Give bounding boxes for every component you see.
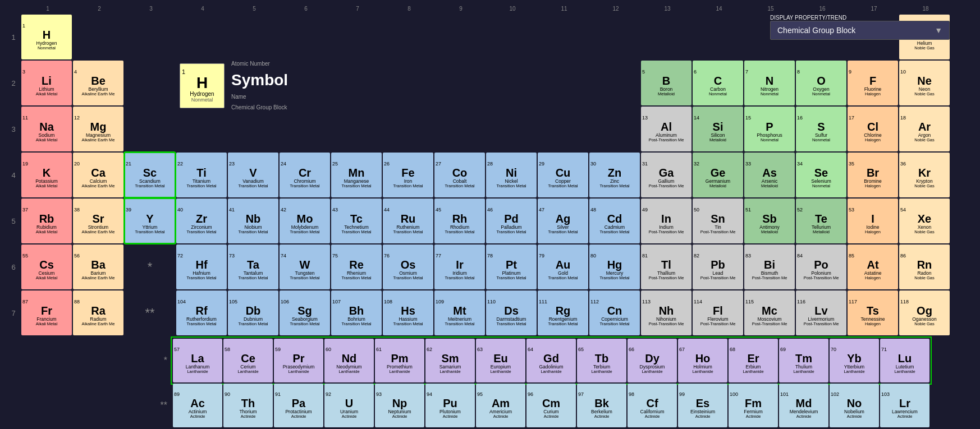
element-Li[interactable]: 3 Li Lithium Alkali Metal [21, 61, 72, 105]
element-Ge[interactable]: 32 Ge Germanium Metalloid [693, 153, 743, 197]
element-C[interactable]: 6 C Carbon Nonmetal [693, 61, 743, 105]
element-Cm[interactable]: 96 Cm Curium Actinide [526, 384, 576, 427]
element-Cf[interactable]: 98 Cf Californium Actinide [628, 384, 677, 427]
element-N[interactable]: 7 N Nitrogen Nonmetal [744, 61, 795, 105]
element-B[interactable]: 5 B Boron Metalloid [641, 61, 692, 105]
element-Hf[interactable]: 72 Hf Hafnium Transition Metal [176, 245, 227, 289]
element-Pu[interactable]: 94 Pu Plutonium Actinide [425, 384, 475, 427]
element-Ir[interactable]: 77 Ir Iridium Transition Metal [434, 245, 485, 289]
element-Fe[interactable]: 26 Fe Iron Transition Metal [383, 153, 433, 197]
element-Db[interactable]: 105 Db Dubnium Transition Metal [228, 290, 278, 335]
element-Ho[interactable]: 67 Ho Holmium Lanthanide [678, 339, 727, 382]
element-Cn[interactable]: 112 Cn Copernicium Transition Metal [589, 290, 640, 335]
element-Cu[interactable]: 29 Cu Copper Transition Metal [538, 153, 588, 197]
element-Al[interactable]: 13 Al Aluminum Post-Transition Me [641, 107, 692, 151]
element-P[interactable]: 15 P Phosphorus Nonmetal [744, 107, 795, 151]
element-Ne[interactable]: 10 Ne Neon Noble Gas [899, 61, 950, 105]
element-Co[interactable]: 27 Co Cobalt Transition Metal [434, 153, 485, 197]
element-Mo[interactable]: 42 Mo Molybdenum Transition Metal [280, 199, 330, 243]
element-Mt[interactable]: 109 Mt Meitnerium Transition Metal [434, 290, 485, 335]
element-Pm[interactable]: 61 Pm Promethium Lanthanide [375, 339, 424, 382]
element-As[interactable]: 33 As Arsenic Metalloid [744, 153, 795, 197]
element-H[interactable]: 1 H Hydrogen Nonmetal [21, 15, 72, 59]
element-Fm[interactable]: 100 Fm Fermium Actinide [729, 384, 778, 427]
element-Tm[interactable]: 69 Tm Thulium Lanthanide [779, 339, 828, 382]
element-K[interactable]: 19 K Potassium Alkali Metal [21, 153, 72, 197]
element-Yb[interactable]: 70 Yb Ytterbium Lanthanide [830, 339, 879, 382]
element-Na[interactable]: 11 Na Sodium Alkali Metal [21, 107, 72, 151]
element-Ce[interactable]: 58 Ce Cerium Lanthanide [223, 339, 273, 382]
element-Ba[interactable]: 56 Ba Barium Alkaline Earth Me [73, 245, 123, 289]
element-Fr[interactable]: 87 Fr Francium Alkali Metal [21, 290, 72, 335]
element-Po[interactable]: 84 Po Polonium Post-Transition Me [796, 245, 846, 289]
element-Cd[interactable]: 48 Cd Cadmium Transition Metal [589, 199, 640, 243]
element-Lr[interactable]: 103 Lr Lawrencium Actinide [880, 384, 929, 427]
element-Os[interactable]: 76 Os Osmium Transition Metal [383, 245, 433, 289]
element-Tl[interactable]: 81 Tl Thallium Post-Transition Me [641, 245, 692, 289]
element-Y[interactable]: 39 Y Yttrium Transition Metal [125, 199, 175, 243]
element-Ds[interactable]: 110 Ds Darmstadtium Transition Metal [486, 290, 537, 335]
element-Au[interactable]: 79 Au Gold Transition Metal [538, 245, 588, 289]
element-Ac[interactable]: 89 Ac Actinium Actinide [173, 384, 222, 427]
element-Bk[interactable]: 97 Bk Berkelium Actinide [577, 384, 626, 427]
element-At[interactable]: 85 At Astatine Halogen [848, 245, 898, 289]
element-Lu[interactable]: 71 Lu Lutetium Lanthanide [880, 339, 929, 382]
element-S[interactable]: 16 S Sulfur Nonmetal [796, 107, 846, 151]
element-Pr[interactable]: 59 Pr Praseodymium Lanthanide [274, 339, 323, 382]
element-Ra[interactable]: 88 Ra Radium Alkaline Earth Me [73, 290, 123, 335]
element-Tc[interactable]: 43 Tc Technetium Transition Metal [331, 199, 382, 243]
element-Ts[interactable]: 117 Ts Tennessine Halogen [848, 290, 898, 335]
element-Mc[interactable]: 115 Mc Moscovium Post-Transition Me [744, 290, 795, 335]
element-Ta[interactable]: 73 Ta Tantalum Transition Metal [228, 245, 278, 289]
element-Cl[interactable]: 17 Cl Chlorine Halogen [848, 107, 898, 151]
element-Be[interactable]: 4 Be Beryllium Alkaline Earth Me [73, 61, 123, 105]
element-In[interactable]: 49 In Indium Post-Transition Me [641, 199, 692, 243]
element-F[interactable]: 9 F Fluorine Halogen [848, 61, 898, 105]
element-Xe[interactable]: 54 Xe Xenon Noble Gas [899, 199, 950, 243]
element-Ti[interactable]: 22 Ti Titanium Transition Metal [176, 153, 227, 197]
element-Hs[interactable]: 108 Hs Hassium Transition Metal [383, 290, 433, 335]
element-U[interactable]: 92 U Uranium Actinide [324, 384, 374, 427]
element-Sn[interactable]: 50 Sn Tin Post-Transition Me [693, 199, 743, 243]
element-Lv[interactable]: 116 Lv Livermorium Post-Transition Me [796, 290, 846, 335]
display-property-dropdown[interactable]: Chemical Group Block ▼ [770, 21, 950, 40]
element-Cs[interactable]: 55 Cs Cesium Alkali Metal [21, 245, 72, 289]
element-Es[interactable]: 99 Es Einsteinium Actinide [678, 384, 727, 427]
element-Te[interactable]: 52 Te Tellurium Metalloid [796, 199, 846, 243]
element-Th[interactable]: 90 Th Thorium Actinide [223, 384, 273, 427]
element-Ca[interactable]: 20 Ca Calcium Alkaline Earth Me [73, 153, 123, 197]
element-No[interactable]: 102 No Nobelium Actinide [830, 384, 879, 427]
element-Pd[interactable]: 46 Pd Palladium Transition Metal [486, 199, 537, 243]
element-Am[interactable]: 95 Am Americium Actinide [476, 384, 525, 427]
element-Gd[interactable]: 64 Gd Gadolinium Lanthanide [526, 339, 576, 382]
element-O[interactable]: 8 O Oxygen Nonmetal [796, 61, 846, 105]
element-Nb[interactable]: 41 Nb Niobium Transition Metal [228, 199, 278, 243]
element-Zr[interactable]: 40 Zr Zirconium Transition Metal [176, 199, 227, 243]
element-Er[interactable]: 68 Er Erbium Lanthanide [729, 339, 778, 382]
element-Dy[interactable]: 66 Dy Dysprosium Lanthanide [628, 339, 677, 382]
element-Rn[interactable]: 86 Rn Radon Noble Gas [899, 245, 950, 289]
element-La[interactable]: 57 La Lanthanum Lanthanide [173, 339, 222, 382]
element-Br[interactable]: 35 Br Bromine Halogen [848, 153, 898, 197]
element-Sm[interactable]: 62 Sm Samarium Lanthanide [425, 339, 475, 382]
element-Bi[interactable]: 83 Bi Bismuth Post-Transition Me [744, 245, 795, 289]
element-Hg[interactable]: 80 Hg Mercury Transition Metal [589, 245, 640, 289]
element-Sg[interactable]: 106 Sg Seaborgium Transition Metal [280, 290, 330, 335]
element-Ag[interactable]: 47 Ag Silver Transition Metal [538, 199, 588, 243]
element-Rh[interactable]: 45 Rh Rhodium Transition Metal [434, 199, 485, 243]
element-Si[interactable]: 14 Si Silicon Metalloid [693, 107, 743, 151]
element-I[interactable]: 53 I Iodine Halogen [848, 199, 898, 243]
element-Mn[interactable]: 25 Mn Manganese Transition Metal [331, 153, 382, 197]
element-Rf[interactable]: 104 Rf Rutherfordium Transition Metal [176, 290, 227, 335]
element-Nd[interactable]: 60 Nd Neodymium Lanthanide [324, 339, 374, 382]
element-V[interactable]: 23 V Vanadium Transition Metal [228, 153, 278, 197]
element-Re[interactable]: 75 Re Rhenium Transition Metal [331, 245, 382, 289]
element-Rg[interactable]: 111 Rg Roentgenium Transition Metal [538, 290, 588, 335]
element-Tb[interactable]: 65 Tb Terbium Lanthanide [577, 339, 626, 382]
element-Pt[interactable]: 78 Pt Platinum Transition Metal [486, 245, 537, 289]
element-Sc[interactable]: 21 Sc Scandium Transition Metal [125, 153, 175, 197]
element-Sb[interactable]: 51 Sb Antimony Metalloid [744, 199, 795, 243]
element-Ga[interactable]: 31 Ga Gallium Post-Transition Me [641, 153, 692, 197]
element-Zn[interactable]: 30 Zn Zinc Transition Metal [589, 153, 640, 197]
element-Se[interactable]: 34 Se Selenium Nonmetal [796, 153, 846, 197]
